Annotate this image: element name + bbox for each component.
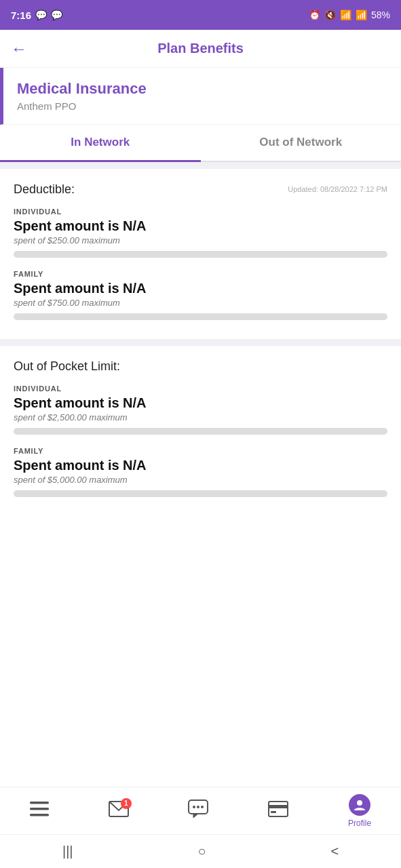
- signal-icon: 📶: [356, 9, 367, 20]
- oop-family-progress-bar: [14, 490, 387, 497]
- svg-rect-1: [30, 808, 49, 810]
- status-left: 7:16 💬 💬: [11, 9, 62, 21]
- status-right: ⏰ 🔇 📶 📶 58%: [309, 9, 390, 20]
- tab-out-of-network[interactable]: Out of Network: [201, 125, 402, 162]
- deductible-updated: Updated: 08/28/2022 7:12 PM: [288, 185, 387, 193]
- deductible-family-block: FAMILY Spent amount is N/A spent of $750…: [14, 270, 387, 320]
- android-nav: ||| ○ <: [0, 834, 401, 868]
- nav-item-mail[interactable]: 1: [109, 801, 129, 821]
- svg-rect-2: [30, 814, 49, 816]
- profile-label: Profile: [348, 818, 371, 828]
- chat-icon: [188, 800, 208, 823]
- oop-title-row: Out of Pocket Limit:: [14, 359, 387, 374]
- nav-item-menu[interactable]: [30, 800, 49, 821]
- oop-title: Out of Pocket Limit:: [14, 359, 120, 374]
- status-bar: 7:16 💬 💬 ⏰ 🔇 📶 📶 58%: [0, 0, 401, 30]
- oop-family-amount: Spent amount is N/A: [14, 458, 387, 473]
- oop-individual-block: INDIVIDUAL Spent amount is N/A spent of …: [14, 384, 387, 435]
- insurance-header: Medical Insurance Anthem PPO: [0, 68, 401, 125]
- oop-family-subtext: spent of $5,000.00 maximum: [14, 475, 387, 485]
- svg-rect-8: [269, 802, 288, 816]
- messenger2-icon: 💬: [51, 9, 62, 20]
- oop-individual-progress-bar: [14, 428, 387, 435]
- bottom-nav: 1 Pr: [0, 787, 401, 834]
- nav-item-profile[interactable]: Profile: [348, 794, 371, 828]
- insurance-name: Medical Insurance: [17, 80, 387, 98]
- battery-level: 58%: [371, 9, 390, 20]
- svg-rect-0: [30, 802, 49, 804]
- deductible-family-amount: Spent amount is N/A: [14, 281, 387, 296]
- messenger-icon: 💬: [35, 9, 47, 20]
- oop-individual-amount: Spent amount is N/A: [14, 395, 387, 411]
- android-back-btn[interactable]: <: [330, 844, 339, 859]
- menu-icon: [30, 800, 49, 821]
- deductible-title: Deductible:: [14, 182, 75, 197]
- oop-individual-subtext: spent of $2,500.00 maximum: [14, 412, 387, 422]
- deductible-individual-block: INDIVIDUAL Spent amount is N/A spent of …: [14, 208, 387, 258]
- mute-icon: 🔇: [324, 9, 336, 20]
- svg-point-7: [201, 806, 204, 808]
- section-divider-1: [0, 162, 401, 169]
- android-recent-btn[interactable]: |||: [62, 844, 73, 859]
- profile-avatar: [349, 794, 370, 816]
- wallet-icon: [268, 801, 288, 821]
- svg-point-11: [357, 800, 362, 806]
- tabs-container: In Network Out of Network: [0, 125, 401, 162]
- back-button[interactable]: ←: [11, 39, 27, 58]
- wifi-icon: 📶: [340, 9, 351, 20]
- oop-family-label: FAMILY: [14, 447, 387, 455]
- android-home-btn[interactable]: ○: [197, 844, 206, 859]
- mail-badge: 1: [121, 798, 132, 809]
- tab-in-network[interactable]: In Network: [0, 125, 201, 162]
- page-title: Plan Benefits: [157, 41, 244, 56]
- nav-item-chat[interactable]: [188, 800, 208, 823]
- top-nav: ← Plan Benefits: [0, 30, 401, 68]
- oop-section: Out of Pocket Limit: INDIVIDUAL Spent am…: [0, 346, 401, 516]
- deductible-title-row: Deductible: Updated: 08/28/2022 7:12 PM: [14, 182, 387, 197]
- deductible-individual-label: INDIVIDUAL: [14, 208, 387, 216]
- insurance-plan: Anthem PPO: [17, 100, 387, 112]
- deductible-section: Deductible: Updated: 08/28/2022 7:12 PM …: [0, 169, 401, 339]
- svg-rect-9: [269, 805, 288, 808]
- svg-point-5: [193, 806, 195, 808]
- deductible-individual-progress-bar: [14, 251, 387, 258]
- deductible-family-progress-bar: [14, 313, 387, 320]
- oop-individual-label: INDIVIDUAL: [14, 384, 387, 393]
- deductible-family-subtext: spent of $750.00 maximum: [14, 298, 387, 308]
- alarm-icon: ⏰: [309, 9, 320, 20]
- svg-rect-10: [271, 811, 276, 813]
- deductible-family-label: FAMILY: [14, 270, 387, 278]
- deductible-individual-amount: Spent amount is N/A: [14, 218, 387, 234]
- oop-family-block: FAMILY Spent amount is N/A spent of $5,0…: [14, 447, 387, 497]
- section-divider-2: [0, 339, 401, 346]
- svg-point-6: [197, 806, 199, 808]
- deductible-individual-subtext: spent of $250.00 maximum: [14, 235, 387, 245]
- nav-item-wallet[interactable]: [268, 801, 288, 821]
- status-time: 7:16: [11, 9, 31, 21]
